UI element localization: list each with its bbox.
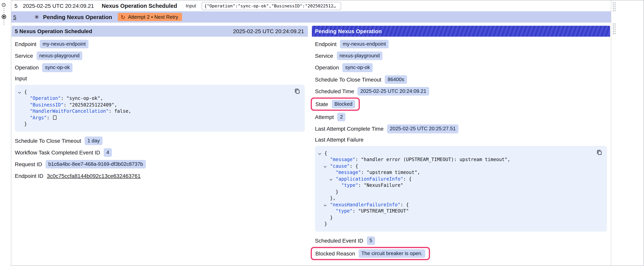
input-json-preview[interactable]: {"Operation":"sync-op-ok","BusinessID":"… bbox=[202, 2, 341, 10]
scheduled-event-body: Endpointmy-nexus-endpointServicenexus-pl… bbox=[12, 37, 308, 186]
field-operation: Operationsync-op-ok bbox=[315, 63, 607, 72]
field-schedule-to-close-timeout: Schedule To Close Timeout86400s bbox=[315, 75, 607, 84]
field-value-badge: 1 day bbox=[84, 136, 102, 145]
code-line: } bbox=[315, 189, 591, 195]
field-label: Last Attempt Complete Time bbox=[315, 126, 384, 132]
field-service: Servicenexus-playground bbox=[15, 52, 305, 60]
field-state: StateBlocked bbox=[315, 99, 607, 110]
field-label: Last Attempt Failure bbox=[315, 136, 607, 143]
field-label: Scheduled Event ID bbox=[315, 237, 363, 243]
field-operation: Operationsync-op-ok bbox=[15, 63, 305, 72]
scheduled-event-header[interactable]: 5 Nexus Operation Scheduled 2025-02-25 U… bbox=[12, 26, 308, 37]
field-last-attempt-failure: Last Attempt Failure{ "message": "handle… bbox=[315, 136, 607, 231]
field-value-badge: The circuit breaker is open. bbox=[359, 249, 425, 257]
empty-array-icon bbox=[53, 115, 57, 120]
field-label: Endpoint bbox=[315, 41, 336, 47]
field-value-badge: my-nexus-endpoint bbox=[340, 40, 389, 48]
json-code-viewer: { "Operation": "sync-op-ok", "BusinessID… bbox=[15, 84, 305, 132]
field-label: Blocked Reason bbox=[315, 250, 355, 257]
event-id[interactable]: 5 bbox=[14, 3, 18, 9]
pending-operation-body: Endpointmy-nexus-endpointServicenexus-pl… bbox=[312, 37, 610, 265]
retry-icon: ↻ bbox=[121, 14, 125, 20]
field-label: Operation bbox=[315, 65, 339, 71]
event-row-scheduled[interactable]: 5 2025-02-25 UTC 20:24:09.21 Nexus Opera… bbox=[11, 1, 611, 11]
field-request-id: Request IDb1c6a4bc-8ee7-468a-9169-df3b02… bbox=[15, 160, 305, 168]
code-line: "Operation": "sync-op-ok", bbox=[15, 95, 289, 102]
collapse-chevron-icon[interactable] bbox=[329, 177, 333, 181]
endpoint-id-link[interactable]: 3c0c75ccfa8144b092c13ce632463761 bbox=[47, 173, 140, 179]
field-endpoint: Endpointmy-nexus-endpoint bbox=[315, 40, 607, 48]
drag-handle-dots-icon[interactable] bbox=[612, 2, 616, 11]
workflow-event-history-view: 5 2025-02-25 UTC 20:24:09.21 Nexus Opera… bbox=[0, 0, 644, 266]
field-value-badge: sync-op-ok bbox=[342, 63, 373, 72]
code-line: } bbox=[315, 221, 591, 227]
field-value-badge: 2025-02-25 UTC 20:24:09.21 bbox=[358, 87, 429, 96]
code-line: }, bbox=[315, 195, 591, 201]
code-line: "applicationFailureInfo": { bbox=[315, 176, 591, 182]
field-value-badge: 2025-02-25 UTC 20:25:27.51 bbox=[387, 125, 458, 133]
event-timeline-rail bbox=[0, 0, 11, 266]
collapse-chevron-icon[interactable] bbox=[18, 90, 22, 94]
input-label: Input bbox=[186, 3, 196, 9]
field-value-badge: my-nexus-endpoint bbox=[40, 40, 88, 48]
collapse-chevron-icon[interactable] bbox=[318, 151, 322, 155]
pending-operation-header[interactable]: Pending Nexus Operation bbox=[312, 26, 610, 37]
drag-handle-dots-icon[interactable] bbox=[612, 23, 616, 35]
field-value-badge: 4 bbox=[104, 148, 112, 157]
field-label: Scheduled Time bbox=[315, 88, 354, 94]
field-label: Input bbox=[15, 75, 305, 81]
timeline-dotted-line bbox=[4, 20, 4, 25]
code-line: "Args": bbox=[15, 114, 289, 121]
field-value-badge: b1c6a4bc-8ee7-468a-9169-df3b02c8737b bbox=[46, 160, 146, 168]
code-line: "message": "handler error (UPSTREAM_TIME… bbox=[315, 156, 591, 163]
side-rail bbox=[611, 1, 644, 265]
field-label: Endpoint ID bbox=[15, 173, 43, 179]
code-line: "message": "upstream timeout", bbox=[315, 169, 591, 176]
event-id-link[interactable]: 5 bbox=[13, 14, 16, 20]
field-blocked-reason: Blocked ReasonThe circuit breaker is ope… bbox=[315, 248, 607, 259]
json-code-viewer: { "message": "handler error (UPSTREAM_TI… bbox=[315, 146, 607, 231]
field-value-badge: 86400s bbox=[385, 75, 407, 84]
annotation-highlight-box: StateBlocked bbox=[311, 98, 360, 111]
field-value-badge: nexus-playground bbox=[36, 52, 82, 60]
code-line: { bbox=[315, 150, 591, 156]
collapse-chevron-icon[interactable] bbox=[323, 164, 327, 168]
field-label: Schedule To Close Timeout bbox=[315, 76, 381, 83]
event-type-title: Nexus Operation Scheduled bbox=[102, 3, 177, 9]
code-line: } bbox=[15, 121, 289, 127]
copy-icon[interactable] bbox=[294, 88, 300, 94]
current-event-dot-icon bbox=[2, 14, 6, 20]
timeline-dotted-line bbox=[4, 8, 4, 13]
field-endpoint-id: Endpoint ID3c0c75ccfa8144b092c13ce632463… bbox=[15, 172, 305, 180]
field-value-badge: Blocked bbox=[332, 100, 355, 108]
pending-operation-detail-panel: Pending Nexus Operation Endpointmy-nexus… bbox=[312, 26, 610, 265]
code-line: "type": "NexusFailure" bbox=[315, 182, 591, 189]
event-rows: 5 2025-02-25 UTC 20:24:09.21 Nexus Opera… bbox=[11, 1, 611, 23]
retry-attempt-badge: ↻ Attempt 2 • Next Retry bbox=[118, 13, 182, 21]
code-line: { bbox=[15, 89, 289, 95]
field-scheduled-time: Scheduled Time2025-02-25 UTC 20:24:09.21 bbox=[315, 87, 607, 96]
panel-title: 5 Nexus Operation Scheduled bbox=[15, 28, 92, 34]
field-schedule-to-close-timeout: Schedule To Close Timeout1 day bbox=[15, 136, 305, 145]
field-value-badge: 5 bbox=[367, 236, 375, 245]
field-label: Schedule To Close Timeout bbox=[15, 137, 81, 144]
pending-asterisk-icon: ✳ bbox=[34, 14, 39, 20]
panel-timestamp: 2025-02-25 UTC 20:24:09.21 bbox=[233, 28, 304, 34]
field-endpoint: Endpointmy-nexus-endpoint bbox=[15, 40, 305, 48]
field-service: Servicenexus-playground bbox=[315, 52, 607, 60]
field-input: Input{ "Operation": "sync-op-ok", "Busin… bbox=[15, 75, 305, 132]
pending-operation-row[interactable]: 5 ✳ Pending Nexus Operation ↻ Attempt 2 … bbox=[11, 11, 611, 23]
field-value-badge: 2 bbox=[338, 113, 346, 121]
code-line: "HandlerWaitForCancellation": false, bbox=[15, 108, 289, 114]
field-value-badge: sync-op-ok bbox=[42, 63, 72, 72]
copy-icon[interactable] bbox=[596, 149, 603, 155]
collapse-chevron-icon[interactable] bbox=[323, 203, 327, 206]
field-last-attempt-complete-time: Last Attempt Complete Time2025-02-25 UTC… bbox=[315, 125, 607, 133]
code-line: "BusinessID": "20250225122409", bbox=[15, 102, 289, 108]
retry-badge-label: Attempt 2 • Next Retry bbox=[128, 14, 178, 20]
field-label: Request ID bbox=[15, 161, 42, 167]
field-attempt: Attempt2 bbox=[315, 113, 607, 121]
field-label: State bbox=[315, 101, 328, 107]
field-label: Workflow Task Completed Event ID bbox=[15, 149, 100, 156]
field-label: Service bbox=[315, 53, 333, 59]
